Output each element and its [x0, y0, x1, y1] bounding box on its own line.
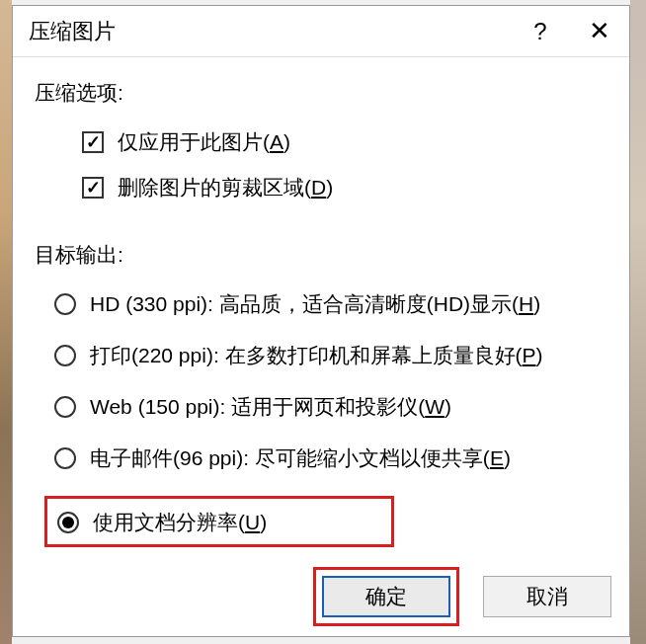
radio-icon — [54, 396, 76, 418]
checkbox-delete-cropped[interactable]: 删除图片的剪裁区域(D) — [82, 174, 611, 201]
checkbox-icon — [82, 177, 104, 199]
dialog-title: 压缩图片 — [29, 17, 511, 46]
compress-pictures-dialog: 压缩图片 ? ✕ 压缩选项: 仅应用于此图片(A) 删除图片的剪裁区域(D) 目… — [12, 5, 630, 637]
checkbox-icon — [82, 131, 104, 153]
help-icon: ? — [533, 18, 546, 45]
radio-icon — [54, 447, 76, 469]
cancel-button[interactable]: 取消 — [483, 576, 611, 617]
radio-label: 打印(220 ppi): 在多数打印机和屏幕上质量良好(P) — [90, 342, 543, 369]
close-icon: ✕ — [589, 16, 610, 46]
radio-label: 电子邮件(96 ppi): 尽可能缩小文档以便共享(E) — [90, 444, 511, 472]
radio-label: HD (330 ppi): 高品质，适合高清晰度(HD)显示(H) — [90, 290, 540, 318]
close-button[interactable]: ✕ — [570, 6, 629, 57]
radio-label: 使用文档分辨率(U) — [93, 509, 267, 536]
checkbox-apply-only[interactable]: 仅应用于此图片(A) — [82, 128, 611, 156]
radio-hd-330[interactable]: HD (330 ppi): 高品质，适合高清晰度(HD)显示(H) — [54, 290, 611, 318]
radio-print-220[interactable]: 打印(220 ppi): 在多数打印机和屏幕上质量良好(P) — [54, 342, 611, 369]
radio-web-150[interactable]: Web (150 ppi): 适用于网页和投影仪(W) — [54, 393, 611, 421]
ok-button[interactable]: 确定 — [322, 576, 450, 617]
radio-label: Web (150 ppi): 适用于网页和投影仪(W) — [90, 393, 451, 421]
help-button[interactable]: ? — [511, 6, 570, 57]
highlighted-option: 使用文档分辨率(U) — [44, 496, 394, 547]
titlebar: 压缩图片 ? ✕ — [13, 6, 629, 57]
radio-email-96[interactable]: 电子邮件(96 ppi): 尽可能缩小文档以便共享(E) — [54, 444, 611, 472]
radio-document-resolution[interactable]: 使用文档分辨率(U) — [57, 509, 383, 536]
button-label: 取消 — [526, 583, 568, 610]
button-label: 确定 — [365, 583, 407, 610]
dialog-body: 压缩选项: 仅应用于此图片(A) 删除图片的剪裁区域(D) 目标输出: HD (… — [13, 57, 629, 567]
checkbox-label: 删除图片的剪裁区域(D) — [118, 174, 333, 201]
compression-options-heading: 压缩选项: — [35, 79, 611, 107]
highlighted-ok-wrap: 确定 — [313, 567, 459, 626]
radio-icon — [57, 512, 79, 533]
radio-icon — [54, 345, 76, 366]
checkbox-label: 仅应用于此图片(A) — [118, 128, 290, 156]
dialog-buttons: 确定 取消 — [13, 567, 629, 644]
target-output-heading: 目标输出: — [35, 241, 611, 269]
radio-icon — [54, 293, 76, 315]
